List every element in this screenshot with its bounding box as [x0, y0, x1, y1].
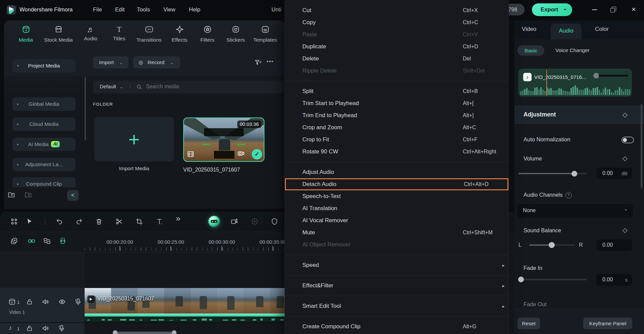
- menu-item-duplicate[interactable]: DuplicateCtrl+D: [285, 41, 508, 53]
- menu-item-trim-end-to-playhead[interactable]: Trim End to PlayheadAlt+]: [285, 109, 508, 122]
- ai-camera-icon[interactable]: [230, 218, 238, 226]
- ai-assistant-icon[interactable]: [208, 216, 220, 227]
- audio-clip-card[interactable]: ♪ VID_20250315_0716...: [518, 69, 632, 96]
- menu-item-crop-and-zoom[interactable]: Crop and ZoomAlt+C: [285, 122, 508, 134]
- keyframe-diamond-icon[interactable]: ◇: [623, 111, 628, 118]
- chevron-down-icon: ⌄: [624, 206, 628, 212]
- mute-speaker-icon[interactable]: [42, 298, 50, 306]
- voiceover-mic-icon[interactable]: [58, 324, 66, 332]
- menu-help[interactable]: Help: [189, 6, 200, 13]
- menu-item-effect-filter[interactable]: Effect&Filter▸: [285, 280, 508, 292]
- lock-icon[interactable]: [26, 298, 34, 306]
- menu-file[interactable]: File: [93, 6, 102, 13]
- collapse-sidebar-button[interactable]: <: [67, 190, 79, 201]
- redo-icon[interactable]: [76, 218, 84, 226]
- undo-icon[interactable]: [55, 218, 63, 226]
- fade-in-value-box[interactable]: 0.00 s: [596, 274, 632, 286]
- mute-speaker-icon[interactable]: [42, 324, 50, 332]
- search-input[interactable]: Search media: [146, 84, 179, 90]
- eye-icon[interactable]: [58, 298, 66, 306]
- keyframe-diamond-icon[interactable]: ◇: [623, 154, 628, 162]
- voiceover-mic-icon[interactable]: [74, 298, 82, 306]
- delete-folder-icon[interactable]: [24, 191, 32, 199]
- menu-item-trim-start-to-playhead[interactable]: Trim Start to PlayheadAlt+[: [285, 97, 508, 109]
- delete-icon[interactable]: [95, 218, 103, 226]
- sidebar-item-adjustment-la-[interactable]: ▸Adjustment La...: [12, 158, 76, 171]
- lock-icon[interactable]: [26, 324, 34, 332]
- link-icon[interactable]: [28, 237, 36, 245]
- menu-item-speed[interactable]: Speed▸: [285, 259, 508, 271]
- search-bar[interactable]: Default ⌄ | Search media: [93, 81, 284, 93]
- menu-item-speech-to-text[interactable]: Speech-to-Text: [285, 190, 508, 202]
- volume-slider-knob[interactable]: [572, 171, 577, 177]
- select-cursor-icon[interactable]: [26, 218, 34, 226]
- fade-in-slider-knob[interactable]: [518, 277, 524, 282]
- adjustment-section-header[interactable]: Adjustment ◇: [514, 106, 644, 124]
- auto-normalization-toggle[interactable]: [622, 137, 634, 143]
- menu-item-crop-to-fit[interactable]: Crop to FitCtrl+F: [285, 134, 508, 146]
- help-question-icon[interactable]: ?: [565, 192, 572, 198]
- menu-view[interactable]: View: [163, 6, 175, 13]
- menu-item-split[interactable]: SplitCtrl+B: [285, 85, 508, 97]
- menu-item-ai-translation[interactable]: AI Translation: [285, 202, 508, 214]
- tab-stock-media[interactable]: Stock Media: [40, 25, 77, 43]
- menu-item-create-compound-clip[interactable]: Create Compound ClipAlt+G: [285, 321, 508, 333]
- menu-item-rotate-90-cw[interactable]: Rotate 90 CWCtrl+Alt+Right: [285, 146, 508, 158]
- more-options-icon[interactable]: •••: [267, 59, 274, 64]
- export-button[interactable]: Export ⌄: [532, 3, 572, 16]
- properties-scrollbar[interactable]: [641, 104, 642, 188]
- filter-icon[interactable]: [254, 58, 262, 66]
- magnet-snap-icon[interactable]: [59, 237, 67, 245]
- menu-item-delete[interactable]: DeleteDel: [285, 53, 508, 65]
- restore-button[interactable]: [608, 4, 620, 15]
- keyframe-diamond-icon[interactable]: ◇: [623, 226, 628, 234]
- unlink-icon[interactable]: [43, 237, 51, 245]
- clip-slider-knob[interactable]: [593, 73, 599, 79]
- audio-channels-dropdown[interactable]: None ⌄: [517, 204, 633, 218]
- tab-media[interactable]: Media: [7, 25, 44, 43]
- subtab-basic[interactable]: Basic: [517, 45, 544, 56]
- menu-item-adjust-audio[interactable]: Adjust Audio: [285, 166, 508, 178]
- menu-item-mute[interactable]: MuteCtrl+Shift+M: [285, 227, 508, 239]
- keyframe-panel-button[interactable]: Keyframe Panel: [583, 318, 632, 329]
- timeline-horizontal-scrollbar[interactable]: [114, 332, 176, 334]
- sidebar-item-cloud-media[interactable]: ▸Cloud Media: [12, 117, 76, 131]
- menu-tools[interactable]: Tools: [137, 6, 150, 13]
- import-media-tile[interactable]: +: [94, 117, 174, 161]
- balance-value-box[interactable]: 0.00: [596, 239, 632, 251]
- record-button[interactable]: ◎ Record ⌄: [133, 56, 180, 68]
- preview-render-icon[interactable]: [251, 218, 259, 226]
- import-button[interactable]: Import ⌄: [93, 56, 129, 68]
- menu-item-cut[interactable]: CutCtrl+X: [285, 4, 508, 16]
- volume-value-box[interactable]: 0.00 dB: [596, 168, 632, 179]
- layout-grid-icon[interactable]: [10, 218, 18, 226]
- reset-button[interactable]: Reset: [517, 318, 540, 329]
- tab-templates[interactable]: Templates: [247, 25, 284, 43]
- more-tools-icon[interactable]: »: [176, 214, 180, 223]
- sidebar-item-project-media[interactable]: ▾ Project Media: [12, 59, 76, 73]
- tab-color[interactable]: Color: [595, 26, 609, 33]
- sidebar-item-ai-media[interactable]: ▸AI MediaAI: [12, 138, 76, 151]
- sidebar-item-global-media[interactable]: ▸Global Media: [12, 97, 76, 111]
- tab-audio[interactable]: Audio: [551, 23, 582, 39]
- tab-video[interactable]: Video: [522, 26, 536, 33]
- sort-dropdown[interactable]: Default ⌄: [100, 84, 123, 90]
- split-scissors-icon[interactable]: [115, 218, 123, 226]
- crop-icon[interactable]: [135, 218, 143, 226]
- menu-item-copy[interactable]: CopyCtrl+C: [285, 16, 508, 29]
- balance-slider-knob[interactable]: [549, 242, 555, 248]
- new-folder-icon[interactable]: [7, 191, 15, 199]
- add-text-icon[interactable]: [155, 218, 163, 226]
- add-marker-icon[interactable]: [10, 237, 18, 245]
- menu-item-ai-vocal-remover[interactable]: AI Vocal Remover: [285, 214, 508, 227]
- close-button[interactable]: ✕: [628, 4, 640, 15]
- shield-icon[interactable]: [270, 218, 279, 226]
- fade-in-slider[interactable]: [518, 279, 587, 280]
- menu-edit[interactable]: Edit: [115, 6, 125, 13]
- minimize-button[interactable]: [588, 4, 600, 15]
- menu-item-detach-audio[interactable]: Detach AudioCtrl+Alt+D: [285, 178, 508, 190]
- media-clip-thumbnail[interactable]: 00:03:36 ✓: [183, 117, 264, 162]
- subtab-voice-changer[interactable]: Voice Changer: [555, 47, 590, 53]
- sidebar-scrollbar[interactable]: [85, 77, 86, 141]
- menu-item-smart-edit-tool[interactable]: Smart Edit Tool▸: [285, 300, 508, 312]
